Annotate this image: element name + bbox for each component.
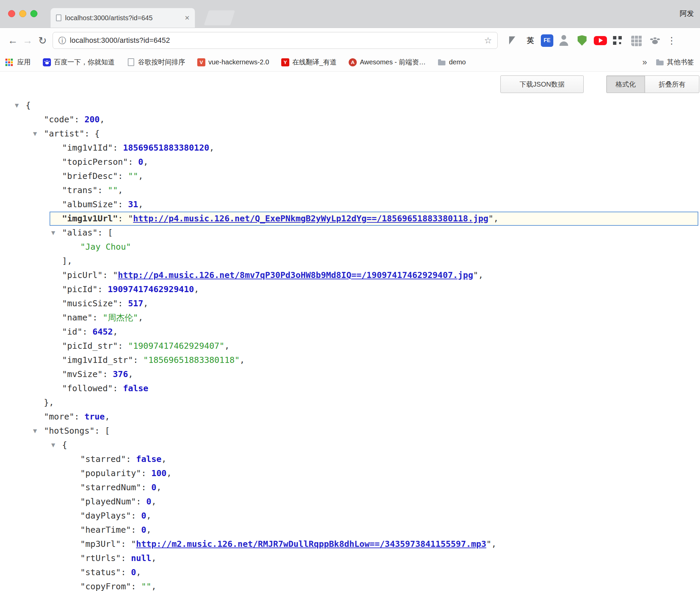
overflow-chevron-icon[interactable]: » <box>642 57 647 67</box>
json-line: "topicPerson": 0, <box>0 155 700 169</box>
browser-tab[interactable]: localhost:3000/artists?id=645 × <box>51 8 195 28</box>
bookmark-label: 谷歌按时间排序 <box>138 58 185 67</box>
translate-icon[interactable]: 英 <box>523 33 538 48</box>
bookmark-item[interactable]: Vvue-hackernews-2.0 <box>197 58 269 66</box>
json-line: "mp3Url": "http://m2.music.126.net/RMJR7… <box>0 537 700 551</box>
bookmark-label: 在线翻译_有道 <box>292 58 337 67</box>
json-line: "dayPlays": 0, <box>0 509 700 523</box>
bookmark-item[interactable]: AAwesomes - 前端资… <box>349 58 426 67</box>
page-content: 下载JSON数据 格式化 折叠所有 ▼{"code": 200,▼"artist… <box>0 72 700 591</box>
bookmarks-overflow: » 其他书签 <box>642 57 694 67</box>
youdao-icon: Y <box>281 58 289 66</box>
bookmark-item[interactable]: 应用 <box>6 58 31 67</box>
bookmarks-bar: 应用百度一下，你就知道谷歌按时间排序Vvue-hackernews-2.0Y在线… <box>0 53 700 72</box>
json-line: "copyFrom": "", <box>0 580 700 591</box>
json-url-link[interactable]: http://m2.music.126.net/RMJR7wDullRqppBk… <box>136 539 487 549</box>
minimize-window-button[interactable] <box>19 10 26 17</box>
browser-menu-icon[interactable]: ⋮ <box>667 35 677 46</box>
shield-icon[interactable] <box>574 33 590 48</box>
close-window-button[interactable] <box>8 10 15 17</box>
bookmark-label: 应用 <box>17 58 31 67</box>
bookmark-item[interactable]: 谷歌按时间排序 <box>127 58 185 67</box>
collapse-all-button[interactable]: 折叠所有 <box>645 75 699 93</box>
zoom-window-button[interactable] <box>30 10 37 17</box>
window-controls <box>8 10 37 17</box>
extensions-area: 英FE <box>504 33 663 48</box>
bookmark-item[interactable]: Y在线翻译_有道 <box>281 58 337 67</box>
apps-grid-icon <box>6 58 14 66</box>
collapse-arrow-icon[interactable]: ▼ <box>51 226 55 240</box>
json-line: "Jay Chou" <box>0 240 700 254</box>
json-line: "mvSize": 376, <box>0 367 700 381</box>
json-line: "albumSize": 31, <box>0 197 700 212</box>
json-line: ▼{ <box>0 98 700 113</box>
view-mode-toggle: 格式化 折叠所有 <box>606 75 699 93</box>
baidu-paw-icon <box>43 58 51 66</box>
json-line: "starred": false, <box>0 452 700 466</box>
bookmark-label: 百度一下，你就知道 <box>54 58 115 67</box>
json-line: "img1v1Id_str": "18569651883380118", <box>0 353 700 367</box>
json-line: }, <box>0 396 700 410</box>
page-info-icon[interactable]: ⓘ <box>58 35 66 46</box>
bookmark-item[interactable]: demo <box>438 58 466 66</box>
paw-icon[interactable] <box>647 33 663 48</box>
vue-icon: V <box>197 58 205 66</box>
browser-window: localhost:3000/artists?id=645 × 阿发 ← → ↻… <box>0 0 700 591</box>
tab-strip: localhost:3000/artists?id=645 × 阿发 <box>0 0 700 28</box>
bookmark-label: Awesomes - 前端资… <box>360 58 426 67</box>
collapse-arrow-icon[interactable]: ▼ <box>33 127 37 141</box>
bookmark-item[interactable]: 百度一下，你就知道 <box>43 58 115 67</box>
collapse-arrow-icon[interactable]: ▼ <box>51 438 55 452</box>
tab-close-icon[interactable]: × <box>185 14 189 22</box>
json-tree: ▼{"code": 200,▼"artist": {"img1v1Id": 18… <box>0 98 700 591</box>
json-line: "picUrl": "http://p4.music.126.net/8mv7q… <box>0 268 700 282</box>
v-flag-icon[interactable] <box>504 33 520 48</box>
collapse-arrow-icon[interactable]: ▼ <box>15 98 19 113</box>
json-line: "name": "周杰伦", <box>0 311 700 325</box>
folder-icon <box>438 58 446 66</box>
bookmark-star-icon[interactable]: ☆ <box>484 35 492 46</box>
json-line: "more": true, <box>0 410 700 424</box>
json-line: "musicSize": 517, <box>0 297 700 311</box>
json-url-link[interactable]: http://p4.music.126.net/8mv7qP30Pd3oHW8b… <box>118 270 473 280</box>
person-icon[interactable] <box>556 33 572 48</box>
other-bookmarks[interactable]: 其他书签 <box>656 58 694 67</box>
format-button[interactable]: 格式化 <box>606 75 645 93</box>
download-json-button[interactable]: 下载JSON数据 <box>500 75 584 93</box>
new-tab-button[interactable] <box>204 10 235 25</box>
json-line: "followed": false <box>0 381 700 396</box>
json-line: "trans": "", <box>0 183 700 197</box>
json-line: "picId": 19097417462929410, <box>0 282 700 297</box>
browser-toolbar: ← → ↻ ⓘ localhost:3000/artists?id=6452 ☆… <box>0 28 700 53</box>
page-favicon-icon <box>56 14 61 21</box>
bookmark-label: demo <box>449 58 466 66</box>
json-url-link[interactable]: http://p4.music.126.net/Q_ExePNkmgB2yWyL… <box>133 214 489 223</box>
collapse-arrow-icon[interactable]: ▼ <box>33 424 37 438</box>
player-icon[interactable] <box>629 33 644 48</box>
json-line: "starredNum": 0, <box>0 480 700 495</box>
tab-title: localhost:3000/artists?id=645 <box>65 14 181 22</box>
youtube-icon[interactable] <box>592 33 608 48</box>
json-line: "picId_str": "19097417462929407", <box>0 339 700 353</box>
url-text[interactable]: localhost:3000/artists?id=6452 <box>70 36 170 45</box>
forward-icon: → <box>20 35 35 46</box>
json-line: ], <box>0 254 700 268</box>
folder-icon <box>656 58 664 66</box>
bookmark-label: vue-hackernews-2.0 <box>208 58 269 66</box>
page-icon <box>127 58 135 66</box>
bookmarks-list: 应用百度一下，你就知道谷歌按时间排序Vvue-hackernews-2.0Y在线… <box>6 58 466 67</box>
json-line: ▼"hotSongs": [ <box>0 424 700 438</box>
json-line: ▼{ <box>0 438 700 452</box>
back-icon[interactable]: ← <box>5 35 20 46</box>
json-line: "id": 6452, <box>0 325 700 339</box>
awesomes-icon: A <box>349 58 357 66</box>
json-line: "hearTime": 0, <box>0 523 700 537</box>
reload-icon[interactable]: ↻ <box>35 35 50 46</box>
address-bar[interactable]: ⓘ localhost:3000/artists?id=6452 ☆ <box>53 32 498 49</box>
qr-code-icon[interactable] <box>611 33 626 48</box>
profile-name[interactable]: 阿发 <box>680 9 694 18</box>
other-bookmarks-label: 其他书签 <box>667 58 694 67</box>
json-line: "img1v1Id": 18569651883380120, <box>0 141 700 155</box>
fe-icon[interactable]: FE <box>541 34 553 47</box>
json-line: "code": 200, <box>0 113 700 127</box>
